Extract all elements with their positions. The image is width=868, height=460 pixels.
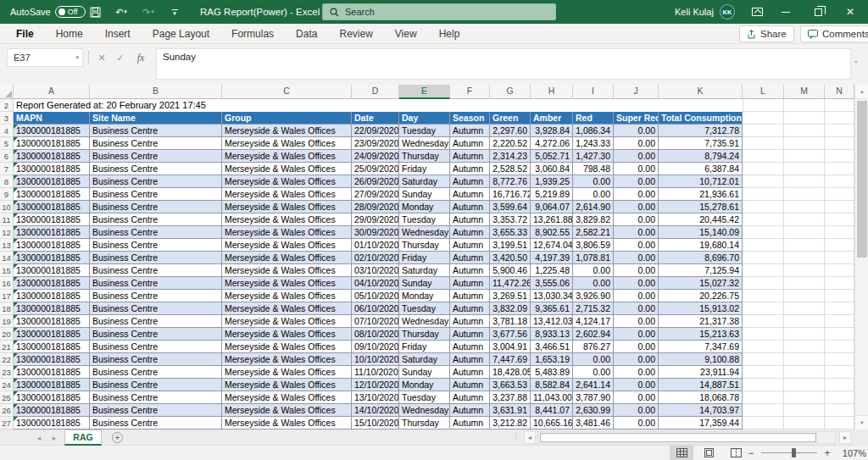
cell[interactable]: Monday	[399, 290, 450, 302]
cell[interactable]: Sunday	[399, 277, 450, 290]
cell[interactable]: 1300000181885	[14, 404, 90, 417]
column-header-E[interactable]: E	[399, 85, 450, 99]
empty-cell[interactable]	[743, 125, 784, 137]
column-header-J[interactable]: J	[614, 85, 659, 99]
cell[interactable]: Autumn	[450, 213, 490, 226]
empty-cell[interactable]	[743, 379, 784, 391]
cell[interactable]: 15,213.63	[659, 328, 743, 341]
cell[interactable]: 7,735.91	[659, 137, 743, 150]
column-header-B[interactable]: B	[90, 85, 222, 99]
empty-cell[interactable]	[743, 252, 784, 264]
empty-cell[interactable]	[743, 366, 784, 379]
sheet-nav-left-button[interactable]: ◂	[32, 430, 46, 446]
cell[interactable]: Wednesday	[399, 226, 450, 239]
cell[interactable]: 1300000181885	[14, 188, 90, 201]
cell[interactable]: 21,936.61	[659, 188, 743, 201]
scrollbar-resize-handle[interactable]: ⋮	[512, 432, 519, 441]
column-header-K[interactable]: K	[659, 85, 743, 99]
cell[interactable]: 1300000181885	[14, 341, 90, 353]
cell[interactable]: 3,926.90	[573, 290, 614, 302]
cell[interactable]: Business Centre	[90, 163, 222, 175]
cell[interactable]: 5,900.46	[490, 264, 531, 277]
cell[interactable]: Business Centre	[90, 188, 222, 201]
save-button[interactable]	[85, 0, 105, 24]
row-header-7[interactable]: 7	[0, 163, 14, 175]
cell[interactable]: 0.00	[614, 404, 659, 417]
cell[interactable]: 9,100.88	[659, 353, 743, 366]
cell[interactable]: 3,928.84	[531, 125, 573, 137]
empty-cell[interactable]	[825, 125, 854, 137]
empty-cell[interactable]	[825, 239, 854, 252]
cell[interactable]: Business Centre	[90, 264, 222, 277]
cell[interactable]: Tuesday	[399, 125, 450, 137]
cell[interactable]: Business Centre	[90, 417, 222, 430]
cell[interactable]: 01/10/2020	[352, 239, 399, 252]
cell[interactable]: 1300000181885	[14, 201, 90, 213]
cell[interactable]: Autumn	[450, 150, 490, 163]
cell[interactable]: 3,631.91	[490, 404, 531, 417]
cell[interactable]: 0.00	[614, 137, 659, 150]
table-header-mapn[interactable]: MAPN	[14, 112, 90, 125]
cell[interactable]: 0.00	[614, 391, 659, 404]
empty-cell[interactable]	[825, 252, 854, 264]
cell[interactable]: 1300000181885	[14, 226, 90, 239]
cell[interactable]: 15/10/2020	[352, 417, 399, 430]
column-header-D[interactable]: D	[352, 85, 399, 99]
table-header-total-consumption[interactable]: Total Consumption	[659, 112, 743, 125]
cell[interactable]: Merseyside & Wales Offices	[222, 239, 352, 252]
empty-cell[interactable]	[825, 404, 854, 417]
cell[interactable]: 3,832.09	[490, 302, 531, 315]
cell[interactable]: 5,483.89	[531, 366, 573, 379]
cell[interactable]: Business Centre	[90, 353, 222, 366]
cell[interactable]: Business Centre	[90, 226, 222, 239]
cell[interactable]: Autumn	[450, 302, 490, 315]
cell[interactable]: Thursday	[399, 417, 450, 430]
cell[interactable]: Tuesday	[399, 391, 450, 404]
cell[interactable]: 14,887.51	[659, 379, 743, 391]
cell[interactable]: Merseyside & Wales Offices	[222, 315, 352, 328]
cell[interactable]: 03/10/2020	[352, 264, 399, 277]
cell[interactable]: Merseyside & Wales Offices	[222, 163, 352, 175]
cell[interactable]: 08/10/2020	[352, 328, 399, 341]
empty-cell[interactable]	[825, 277, 854, 290]
cell[interactable]: 17,359.44	[659, 417, 743, 430]
cell[interactable]: 30/09/2020	[352, 226, 399, 239]
empty-cell[interactable]	[825, 163, 854, 175]
undo-button[interactable]: ↶▾	[108, 0, 134, 24]
empty-cell[interactable]	[825, 264, 854, 277]
row-header-14[interactable]: 14	[0, 252, 14, 264]
cell[interactable]: 11,472.26	[490, 277, 531, 290]
empty-cell[interactable]	[784, 353, 825, 366]
cell[interactable]: 0.00	[614, 302, 659, 315]
cell[interactable]: Autumn	[450, 366, 490, 379]
page-layout-view-button[interactable]	[697, 446, 721, 460]
cell[interactable]: Merseyside & Wales Offices	[222, 264, 352, 277]
empty-cell[interactable]	[784, 264, 825, 277]
avatar[interactable]: KK	[720, 4, 735, 19]
cell[interactable]: Friday	[399, 252, 450, 264]
cell[interactable]: 876.27	[573, 341, 614, 353]
cell[interactable]: 1300000181885	[14, 302, 90, 315]
cell[interactable]: Wednesday	[399, 137, 450, 150]
cell[interactable]: 1300000181885	[14, 163, 90, 175]
cell[interactable]: 0.00	[614, 290, 659, 302]
cell[interactable]: 10,665.16	[531, 417, 573, 430]
cell[interactable]: 0.00	[614, 366, 659, 379]
cell[interactable]: 2,630.99	[573, 404, 614, 417]
empty-cell[interactable]	[825, 302, 854, 315]
cell[interactable]: 1300000181885	[14, 315, 90, 328]
cell[interactable]: 3,212.82	[490, 417, 531, 430]
cell[interactable]: Monday	[399, 201, 450, 213]
scroll-down-button[interactable]: ▼	[855, 415, 868, 430]
cell[interactable]: 8,582.84	[531, 379, 573, 391]
cell[interactable]: 15,278.61	[659, 201, 743, 213]
empty-cell[interactable]	[784, 404, 825, 417]
cell[interactable]: Business Centre	[90, 213, 222, 226]
empty-cell[interactable]	[784, 213, 825, 226]
cell[interactable]: 3,060.84	[531, 163, 573, 175]
cell[interactable]: 1300000181885	[14, 175, 90, 188]
cell[interactable]: Business Centre	[90, 277, 222, 290]
table-header-group[interactable]: Group	[222, 112, 352, 125]
cell[interactable]: 8,696.70	[659, 252, 743, 264]
cell[interactable]: 1,078.81	[573, 252, 614, 264]
